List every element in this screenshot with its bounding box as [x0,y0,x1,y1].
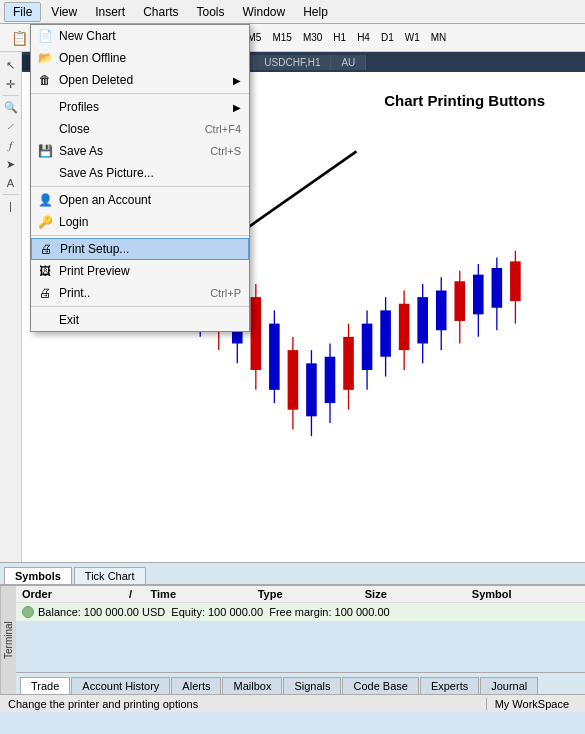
open-offline-icon: 📂 [37,50,53,66]
new-chart-label: New Chart [59,29,116,43]
open-deleted-icon: 🗑 [37,72,53,88]
print-setup-label: Print Setup... [60,242,129,256]
save-as-icon: 💾 [37,143,53,159]
close-label: Close [59,122,90,136]
open-account-icon: 👤 [37,192,53,208]
exit-icon [37,312,53,328]
save-as-picture-label: Save As Picture... [59,166,154,180]
print-preview-icon: 🖼 [37,263,53,279]
separator-2 [31,186,249,187]
separator-4 [31,306,249,307]
close-shortcut: Ctrl+F4 [205,123,241,135]
menu-item-profiles[interactable]: Profiles ▶ [31,96,249,118]
menu-item-new-chart[interactable]: 📄 New Chart [31,25,249,47]
menu-item-save-as[interactable]: 💾 Save As Ctrl+S [31,140,249,162]
separator-1 [31,93,249,94]
menu-item-login[interactable]: 🔑 Login [31,211,249,233]
new-chart-icon: 📄 [37,28,53,44]
print-setup-icon: 🖨 [38,241,54,257]
menu-item-open-deleted[interactable]: 🗑 Open Deleted ▶ [31,69,249,91]
close-icon [37,121,53,137]
menu-item-exit[interactable]: Exit [31,309,249,331]
profiles-arrow: ▶ [233,102,241,113]
save-picture-icon [37,165,53,181]
open-account-label: Open an Account [59,193,151,207]
save-as-shortcut: Ctrl+S [210,145,241,157]
print-label: Print.. [59,286,90,300]
menu-item-print-setup[interactable]: 🖨 Print Setup... [31,238,249,260]
menu-item-print[interactable]: 🖨 Print.. Ctrl+P [31,282,249,304]
separator-3 [31,235,249,236]
profiles-label: Profiles [59,100,99,114]
menu-item-close[interactable]: Close Ctrl+F4 [31,118,249,140]
print-preview-label: Print Preview [59,264,130,278]
open-offline-label: Open Offline [59,51,126,65]
app-window: File View Insert Charts Tools Window Hel… [0,0,585,712]
exit-label: Exit [59,313,79,327]
profiles-icon [37,99,53,115]
menu-item-save-as-picture[interactable]: Save As Picture... [31,162,249,184]
login-label: Login [59,215,88,229]
menu-item-open-account[interactable]: 👤 Open an Account [31,189,249,211]
login-icon: 🔑 [37,214,53,230]
print-shortcut: Ctrl+P [210,287,241,299]
file-dropdown-menu: 📄 New Chart 📂 Open Offline 🗑 Open Delete… [30,24,250,332]
dropdown-overlay: 📄 New Chart 📂 Open Offline 🗑 Open Delete… [0,0,585,734]
open-deleted-arrow: ▶ [233,75,241,86]
menu-item-open-offline[interactable]: 📂 Open Offline [31,47,249,69]
menu-item-print-preview[interactable]: 🖼 Print Preview [31,260,249,282]
print-icon: 🖨 [37,285,53,301]
open-deleted-label: Open Deleted [59,73,133,87]
save-as-label: Save As [59,144,103,158]
